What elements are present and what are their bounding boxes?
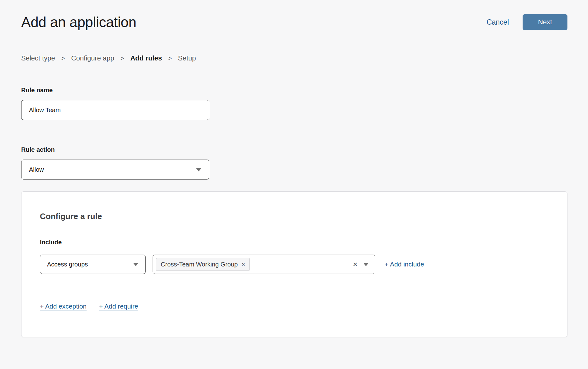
tag-remove-icon[interactable]: × — [241, 261, 245, 267]
breadcrumb-step-configure-app[interactable]: Configure app — [71, 54, 114, 62]
selected-group-tag: Cross-Team Working Group × — [156, 258, 250, 271]
configure-rule-title: Configure a rule — [40, 212, 548, 221]
multiselect-controls: × — [353, 260, 369, 268]
include-label: Include — [40, 239, 548, 246]
breadcrumb-separator: > — [168, 55, 172, 62]
clear-selection-icon[interactable]: × — [353, 260, 358, 268]
configure-rule-card: Configure a rule Include Access groups C… — [21, 191, 567, 337]
breadcrumb-separator: > — [121, 55, 124, 62]
breadcrumb-step-add-rules[interactable]: Add rules — [130, 54, 162, 62]
add-exception-link[interactable]: + Add exception — [40, 303, 87, 310]
breadcrumb-separator: > — [61, 55, 65, 62]
add-application-page: Add an application Cancel Next Select ty… — [0, 0, 588, 337]
selected-group-tag-label: Cross-Team Working Group — [161, 261, 238, 268]
chevron-down-icon — [196, 168, 202, 171]
rule-name-label: Rule name — [21, 87, 567, 94]
header-actions: Cancel Next — [486, 14, 567, 30]
include-selector-dropdown[interactable]: Access groups — [40, 255, 146, 274]
add-include-link[interactable]: + Add include — [385, 261, 424, 268]
chevron-down-icon[interactable] — [363, 263, 369, 266]
rule-links-row: + Add exception + Add require — [40, 303, 548, 310]
include-selector-value: Access groups — [47, 261, 88, 268]
page-title: Add an application — [21, 14, 136, 31]
chevron-down-icon — [133, 263, 139, 266]
rule-action-label: Rule action — [21, 146, 567, 153]
add-require-link[interactable]: + Add require — [99, 303, 138, 310]
breadcrumb-step-select-type[interactable]: Select type — [21, 54, 55, 62]
rule-action-selected-value: Allow — [29, 166, 44, 173]
cancel-button[interactable]: Cancel — [486, 18, 509, 26]
breadcrumb-step-setup[interactable]: Setup — [178, 54, 196, 62]
breadcrumb: Select type > Configure app > Add rules … — [21, 54, 567, 62]
page-header: Add an application Cancel Next — [21, 14, 567, 31]
include-value-multiselect[interactable]: Cross-Team Working Group × × — [153, 255, 375, 274]
include-row: Access groups Cross-Team Working Group ×… — [40, 255, 548, 274]
rule-name-input[interactable] — [21, 100, 209, 120]
next-button[interactable]: Next — [523, 14, 567, 30]
rule-action-select[interactable]: Allow — [21, 160, 209, 180]
